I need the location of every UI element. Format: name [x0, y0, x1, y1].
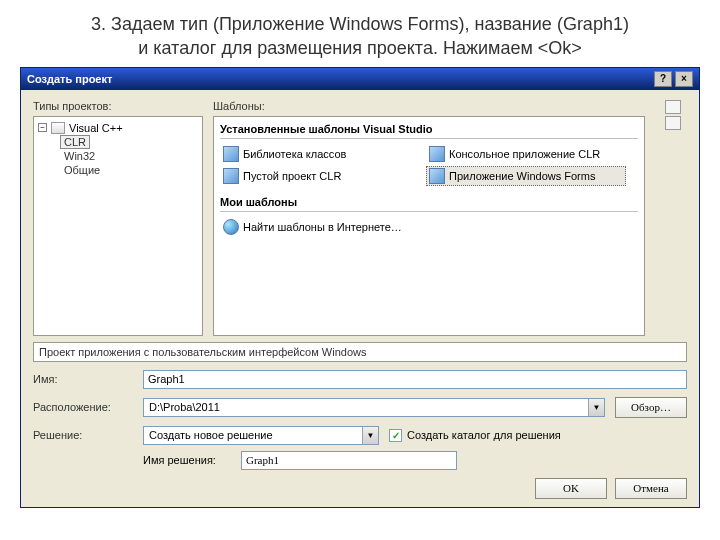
- template-console-clr[interactable]: Консольное приложение CLR: [426, 144, 626, 164]
- view-switcher: [659, 100, 687, 336]
- location-label: Расположение:: [33, 401, 133, 413]
- template-label: Приложение Windows Forms: [449, 170, 595, 182]
- solution-label: Решение:: [33, 429, 133, 441]
- chevron-down-icon[interactable]: ▼: [588, 399, 604, 416]
- template-description: Проект приложения с пользовательским инт…: [33, 342, 687, 362]
- search-online-templates[interactable]: Найти шаблоны в Интернете…: [220, 217, 420, 237]
- template-icon: [429, 168, 445, 184]
- solution-combo[interactable]: Создать новое решение ▼: [143, 426, 379, 445]
- tree-item-win32[interactable]: Win32: [60, 149, 198, 163]
- search-online-label: Найти шаблоны в Интернете…: [243, 221, 402, 233]
- project-types-tree[interactable]: − Visual C++ CLR Win32 Общие: [33, 116, 203, 336]
- templates-pane: Установленные шаблоны Visual Studio Библ…: [213, 116, 645, 336]
- check-icon: ✓: [392, 430, 400, 441]
- close-button[interactable]: ×: [675, 71, 693, 87]
- template-winforms[interactable]: Приложение Windows Forms: [426, 166, 626, 186]
- cancel-button[interactable]: Отмена: [615, 478, 687, 499]
- template-class-library[interactable]: Библиотека классов: [220, 144, 420, 164]
- caption-line-2: и каталог для размещения проекта. Нажима…: [40, 36, 680, 60]
- small-icons-view[interactable]: [665, 116, 681, 130]
- ok-button[interactable]: OK: [535, 478, 607, 499]
- template-label: Библиотека классов: [243, 148, 346, 160]
- new-project-dialog: Создать проект ? × Типы проектов: − Visu…: [20, 67, 700, 508]
- solution-name-input[interactable]: [241, 451, 457, 470]
- template-icon: [429, 146, 445, 162]
- template-label: Консольное приложение CLR: [449, 148, 600, 160]
- name-label: Имя:: [33, 373, 133, 385]
- tree-root-label: Visual C++: [69, 122, 123, 134]
- tree-item-general[interactable]: Общие: [60, 163, 198, 177]
- installed-templates-header: Установленные шаблоны Visual Studio: [220, 123, 638, 139]
- template-label: Пустой проект CLR: [243, 170, 341, 182]
- location-combo[interactable]: D:\Proba\2011 ▼: [143, 398, 605, 417]
- name-input[interactable]: [143, 370, 687, 389]
- tree-root-node[interactable]: − Visual C++: [38, 121, 198, 135]
- location-value: D:\Proba\2011: [144, 401, 588, 413]
- solution-name-label: Имя решения:: [143, 454, 231, 466]
- project-types-label: Типы проектов:: [33, 100, 203, 112]
- collapse-icon[interactable]: −: [38, 123, 47, 132]
- caption-line-1: 3. Задаем тип (Приложение Windows Forms)…: [40, 12, 680, 36]
- folder-icon: [51, 122, 65, 134]
- tree-item-clr[interactable]: CLR: [60, 135, 90, 149]
- browse-button[interactable]: Обзор…: [615, 397, 687, 418]
- dialog-title: Создать проект: [27, 73, 651, 85]
- slide-caption: 3. Задаем тип (Приложение Windows Forms)…: [0, 0, 720, 67]
- checkbox-box: ✓: [389, 429, 402, 442]
- chevron-down-icon[interactable]: ▼: [362, 427, 378, 444]
- help-button[interactable]: ?: [654, 71, 672, 87]
- globe-icon: [223, 219, 239, 235]
- template-icon: [223, 146, 239, 162]
- create-dir-label: Создать каталог для решения: [407, 429, 561, 441]
- solution-combo-value: Создать новое решение: [144, 429, 362, 441]
- templates-label: Шаблоны:: [213, 100, 645, 112]
- template-empty-clr[interactable]: Пустой проект CLR: [220, 166, 420, 186]
- titlebar: Создать проект ? ×: [21, 68, 699, 90]
- large-icons-view[interactable]: [665, 100, 681, 114]
- my-templates-header: Мои шаблоны: [220, 196, 638, 212]
- template-icon: [223, 168, 239, 184]
- create-dir-checkbox[interactable]: ✓ Создать каталог для решения: [389, 429, 561, 442]
